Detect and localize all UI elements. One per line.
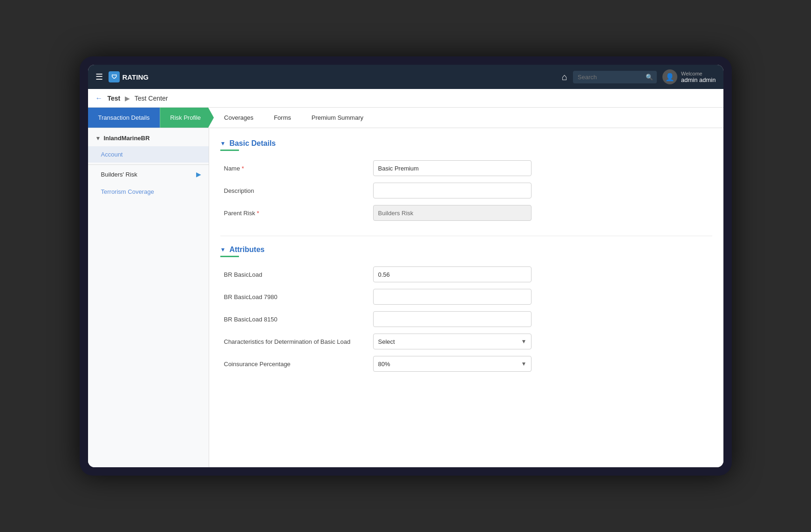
input-br-basicload-7980[interactable]	[373, 289, 532, 305]
user-greeting: Welcome	[681, 71, 716, 76]
field-row-description: Description	[220, 183, 712, 198]
label-name: Name *	[224, 165, 373, 172]
collapse-attributes-icon[interactable]: ▼	[220, 246, 226, 253]
required-indicator-parent: *	[257, 210, 259, 217]
input-br-basicload-8150[interactable]	[373, 311, 532, 327]
select-wrapper-characteristics: Select Option 1 Option 2 ▼	[373, 334, 532, 349]
content-area: ▼ Basic Details Name *	[209, 128, 723, 467]
basic-details-section: ▼ Basic Details Name *	[220, 139, 712, 221]
nav-right-area: ⌂ 🔍 👤 Welcome admin admin	[562, 69, 716, 84]
label-characteristics: Characteristics for Determination of Bas…	[224, 338, 373, 345]
section-title-underline	[220, 150, 239, 151]
top-navigation: ☰ 🛡 RATING ⌂ 🔍 👤 Welcome admin admin	[88, 65, 723, 89]
tab-forms[interactable]: Forms	[264, 108, 301, 128]
tab-premium-summary[interactable]: Premium Summary	[301, 108, 374, 128]
user-avatar-icon: 👤	[662, 69, 677, 84]
tab-transaction-details[interactable]: Transaction Details	[88, 108, 160, 128]
tab-bar: Transaction Details Risk Profile Coverag…	[88, 108, 723, 128]
sidebar-item-builders-risk[interactable]: Builders' Risk ▶	[88, 165, 209, 184]
search-input[interactable]	[578, 74, 643, 81]
main-content: ▼ InlandMarineBR Account Builders' Risk …	[88, 128, 723, 467]
collapse-section-icon[interactable]: ▼	[220, 140, 226, 147]
select-coinsurance[interactable]: 80% 90% 100%	[373, 356, 532, 372]
label-br-basicload: BR BasicLoad	[224, 271, 373, 278]
label-br-basicload-8150: BR BasicLoad 8150	[224, 316, 373, 323]
field-row-coinsurance: Coinsurance Percentage 80% 90% 100% ▼	[220, 356, 712, 372]
sidebar-sub-section-builders-risk: Builders' Risk ▶	[88, 164, 209, 184]
sidebar-section-label: InlandMarineBR	[103, 135, 150, 142]
tab-risk-profile[interactable]: Risk Profile	[160, 108, 214, 128]
search-icon: 🔍	[646, 74, 653, 81]
input-br-basicload[interactable]	[373, 266, 532, 282]
field-row-br-basicload: BR BasicLoad	[220, 266, 712, 282]
home-icon[interactable]: ⌂	[562, 72, 567, 82]
input-description[interactable]	[373, 183, 532, 198]
hamburger-menu-icon[interactable]: ☰	[95, 72, 103, 82]
label-coinsurance: Coinsurance Percentage	[224, 361, 373, 368]
section-divider	[220, 236, 712, 236]
basic-details-title: ▼ Basic Details	[220, 139, 712, 148]
breadcrumb-bar: ← Test ▶ Test Center	[88, 89, 723, 108]
collapse-arrow-icon: ▼	[95, 135, 101, 142]
select-characteristics[interactable]: Select Option 1 Option 2	[373, 334, 532, 349]
sidebar-item-terrorism-coverage[interactable]: Terrorism Coverage	[88, 184, 209, 200]
input-parent-risk	[373, 205, 532, 221]
user-info: Welcome admin admin	[681, 71, 716, 83]
sidebar: ▼ InlandMarineBR Account Builders' Risk …	[88, 128, 209, 467]
label-parent-risk: Parent Risk *	[224, 210, 373, 217]
breadcrumb: Test ▶ Test Center	[108, 95, 168, 102]
search-box[interactable]: 🔍	[573, 71, 657, 83]
sidebar-item-account[interactable]: Account	[88, 146, 209, 163]
select-wrapper-coinsurance: 80% 90% 100% ▼	[373, 356, 532, 372]
brand-label: RATING	[123, 73, 149, 81]
field-row-br-basicload-8150: BR BasicLoad 8150	[220, 311, 712, 327]
breadcrumb-separator: ▶	[125, 95, 130, 102]
field-row-parent-risk: Parent Risk *	[220, 205, 712, 221]
input-name[interactable]	[373, 160, 532, 176]
sidebar-section-inland-marine[interactable]: ▼ InlandMarineBR	[88, 128, 209, 146]
field-row-name: Name *	[220, 160, 712, 176]
attributes-title: ▼ Attributes	[220, 246, 712, 254]
attributes-section: ▼ Attributes BR BasicLoad BR	[220, 246, 712, 372]
brand-area: 🛡 RATING	[109, 71, 562, 82]
expand-arrow-icon: ▶	[196, 171, 201, 178]
field-row-characteristics: Characteristics for Determination of Bas…	[220, 334, 712, 349]
user-area: 👤 Welcome admin admin	[662, 69, 716, 84]
back-button[interactable]: ←	[95, 94, 103, 102]
label-description: Description	[224, 187, 373, 194]
attributes-title-underline	[220, 256, 239, 257]
user-name: admin admin	[681, 76, 716, 83]
field-row-br-basicload-7980: BR BasicLoad 7980	[220, 289, 712, 305]
tab-coverages[interactable]: Coverages	[214, 108, 264, 128]
label-br-basicload-7980: BR BasicLoad 7980	[224, 293, 373, 300]
breadcrumb-current: Test Center	[135, 95, 168, 102]
required-indicator: *	[242, 165, 244, 172]
brand-shield-icon: 🛡	[109, 71, 120, 82]
breadcrumb-root[interactable]: Test	[108, 95, 121, 102]
